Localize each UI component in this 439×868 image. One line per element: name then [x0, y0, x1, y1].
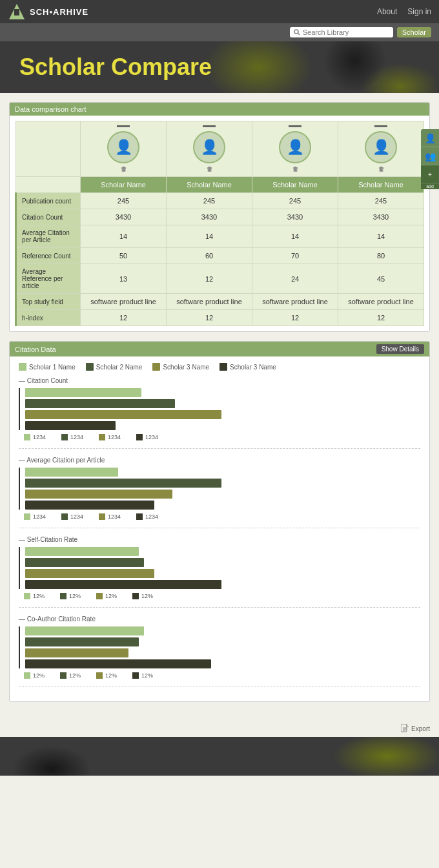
about-link[interactable]: About: [377, 7, 397, 16]
bar-legend-color-2-2: [96, 593, 103, 599]
table-body: Publication count245245245245Citation Co…: [16, 193, 424, 326]
export-label: Export: [411, 725, 430, 732]
svg-line-3: [298, 34, 300, 36]
delete-btn-2[interactable]: 🗑: [172, 166, 247, 172]
bar-value-1-1: 1234: [70, 513, 83, 520]
bar-legend-item-1-2: 1234: [99, 513, 121, 520]
bar-row-1-1: [25, 479, 420, 488]
bar-legend-item-1-0: 1234: [24, 513, 46, 520]
bar-legend-row-1: 1234123412341234: [24, 513, 420, 520]
main-content: Data comparison chart 👤 🗑 👤: [0, 93, 439, 720]
bar-value-3-1: 12%: [69, 672, 81, 679]
col-handle-1[interactable]: [117, 125, 130, 127]
bar-2-3: [25, 580, 221, 589]
bar-legend-row-3: 12%12%12%12%: [24, 672, 420, 679]
col-handle-2[interactable]: [203, 125, 216, 127]
legend-color-2: [152, 363, 160, 371]
cell-1-2: 3430: [252, 209, 338, 225]
sidebar-add-button[interactable]: +: [421, 165, 439, 183]
chart-group-1: — Average Citation per Article1234123412…: [19, 457, 420, 528]
cell-3-1: 60: [167, 248, 252, 264]
cell-5-0: software product line: [81, 294, 167, 310]
bar-0-2: [25, 410, 221, 419]
bar-row-3-0: [25, 626, 420, 636]
bar-legend-color-0-0: [24, 434, 30, 440]
chart-section: Scholar 1 NameScholar 2 NameScholar 3 Na…: [10, 356, 429, 701]
bar-legend-item-3-1: 12%: [60, 672, 81, 679]
chart-group-0: — Citation Count1234123412341234: [19, 377, 420, 449]
row-label-0: Publication count: [16, 193, 81, 209]
col-handle-4[interactable]: [374, 125, 387, 127]
bar-0-1: [25, 399, 175, 408]
bar-3-3: [25, 659, 211, 668]
charts-container: — Citation Count1234123412341234— Averag…: [19, 377, 420, 687]
delete-btn-4[interactable]: 🗑: [343, 166, 418, 172]
bar-row-0-1: [25, 399, 420, 408]
row-label-3: Reference Count: [16, 248, 81, 264]
chart-legend: Scholar 1 NameScholar 2 NameScholar 3 Na…: [19, 363, 420, 371]
bar-legend-item-0-3: 1234: [136, 434, 158, 440]
scholar-name-4: Scholar Name: [338, 177, 424, 193]
bar-1-3: [25, 501, 154, 510]
cell-6-1: 12: [167, 310, 252, 326]
col-handle-3[interactable]: [289, 125, 301, 127]
col-header-empty: [16, 121, 81, 177]
show-details-button[interactable]: Show Details: [376, 344, 424, 354]
search-input[interactable]: [303, 28, 380, 36]
bar-legend-color-3-0: [24, 672, 30, 679]
bar-legend-color-2-0: [24, 593, 30, 599]
bar-legend-color-1-0: [24, 513, 30, 520]
navbar: SCH▪ARHIVE About Sign in: [0, 0, 439, 23]
cell-4-2: 24: [252, 264, 338, 294]
bar-3-0: [25, 626, 144, 636]
hero-banner: Scholar Compare: [0, 41, 439, 93]
cell-6-2: 12: [252, 310, 338, 326]
bar-legend-item-2-1: 12%: [60, 593, 81, 599]
comparison-table-wrapper: 👤 🗑 👤 🗑 👤 🗑: [10, 116, 429, 331]
chart-label-0: — Citation Count: [19, 377, 420, 384]
delete-btn-3[interactable]: 🗑: [258, 166, 332, 172]
bar-legend-color-3-1: [60, 672, 66, 679]
svg-point-2: [294, 30, 298, 34]
bar-row-3-3: [25, 659, 420, 668]
legend-item-2: Scholar 3 Name: [152, 363, 209, 371]
citation-section-label: Citation Data: [15, 346, 56, 353]
table-row: Average Reference per article13122445: [16, 264, 424, 294]
sidebar: 👤 👥 + add: [421, 129, 439, 189]
cell-0-0: 245: [81, 193, 167, 209]
bar-0-0: [25, 388, 141, 397]
table-row: Publication count245245245245: [16, 193, 424, 209]
legend-item-1: Scholar 2 Name: [86, 363, 143, 371]
bar-legend-color-2-1: [60, 593, 66, 599]
bar-value-0-1: 1234: [70, 434, 83, 440]
bar-row-2-2: [25, 569, 420, 578]
cell-6-3: 12: [338, 310, 424, 326]
legend-label-0: Scholar 1 Name: [29, 364, 76, 371]
cell-3-2: 70: [252, 248, 338, 264]
bar-legend-item-3-3: 12%: [132, 672, 153, 679]
sidebar-icon-users[interactable]: 👥: [421, 147, 439, 165]
cell-0-3: 245: [338, 193, 424, 209]
export-icon: [401, 724, 409, 733]
bar-legend-item-2-3: 12%: [132, 593, 153, 599]
cell-3-3: 80: [338, 248, 424, 264]
bar-value-1-0: 1234: [33, 513, 46, 520]
bar-value-2-2: 12%: [105, 593, 117, 599]
legend-color-3: [220, 363, 227, 371]
export-button[interactable]: Export: [401, 724, 430, 733]
bar-3-2: [25, 648, 128, 657]
delete-btn-1[interactable]: 🗑: [86, 166, 161, 172]
bar-legend-color-2-3: [132, 593, 139, 599]
bar-2-1: [25, 558, 144, 567]
bar-legend-color-3-2: [96, 672, 103, 679]
legend-label-3: Scholar 3 Name: [230, 364, 276, 371]
bar-2-0: [25, 547, 139, 556]
sidebar-icon-user[interactable]: 👤: [421, 129, 439, 147]
logo-text: SCH▪ARHIVE: [30, 7, 88, 17]
search-input-wrap: [290, 27, 393, 37]
signin-link[interactable]: Sign in: [407, 7, 431, 16]
scholar-search-button[interactable]: Scholar: [397, 27, 431, 37]
legend-color-0: [19, 363, 26, 371]
cell-3-0: 50: [81, 248, 167, 264]
bar-legend-row-0: 1234123412341234: [24, 434, 420, 440]
